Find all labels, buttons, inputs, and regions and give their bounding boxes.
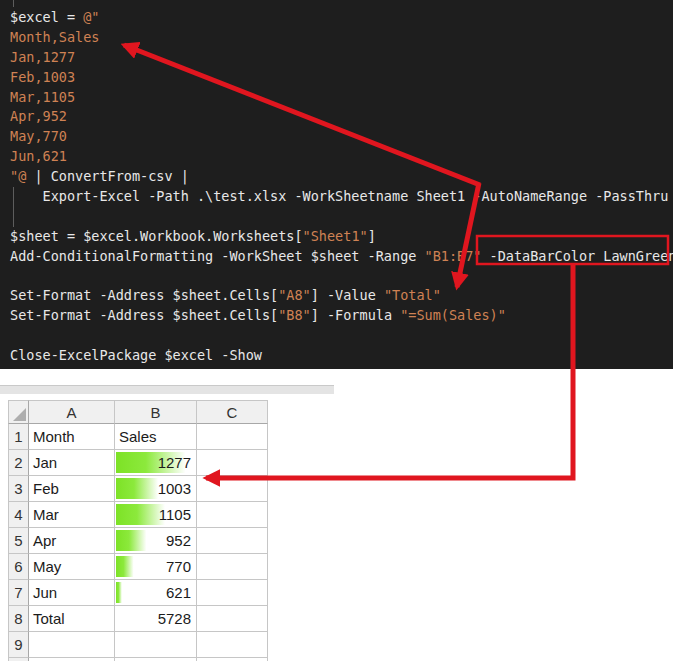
column-header-row: ABC <box>8 400 268 424</box>
cell-text: Sales <box>119 428 157 445</box>
cell-c4[interactable] <box>197 502 268 528</box>
code-segment: "B1:B7" <box>425 248 482 264</box>
cell-a1[interactable]: Month <box>29 424 115 450</box>
cell-text: 1003 <box>158 480 191 497</box>
code-line <box>10 326 673 346</box>
cell-c2[interactable] <box>197 450 268 476</box>
row-header[interactable]: 4 <box>8 502 29 528</box>
cell-b7[interactable]: 621 <box>115 580 197 606</box>
cell-b3[interactable]: 1003 <box>115 476 197 502</box>
row-header[interactable]: 1 <box>8 424 29 450</box>
code-segment: Close-ExcelPackage $excel -Show <box>10 347 262 363</box>
excel-toolbar-strip <box>0 385 334 394</box>
code-lines: $excel = @"Month,SalesJan,1277Feb,1003Ma… <box>10 8 673 366</box>
sheet-row: 4Mar1105 <box>8 502 268 528</box>
row-header[interactable]: 8 <box>8 606 29 632</box>
cell-b2[interactable]: 1277 <box>115 450 197 476</box>
cell-a2[interactable]: Jan <box>29 450 115 476</box>
row-header[interactable]: 6 <box>8 554 29 580</box>
code-segment: $excel = <box>10 9 83 25</box>
sheet-row: 8Total5728 <box>8 606 268 632</box>
code-line: $sheet = $excel.Workbook.Worksheets["She… <box>10 227 673 247</box>
cell-b8[interactable]: 5728 <box>115 606 197 632</box>
column-header-b[interactable]: B <box>115 400 197 424</box>
cell-a8[interactable]: Total <box>29 606 115 632</box>
cell-text: May <box>33 558 61 575</box>
cell-text: Mar <box>33 506 59 523</box>
code-segment: "Total" <box>384 287 441 303</box>
excel-worksheet: ABC1MonthSales2Jan12773Feb10034Mar11055A… <box>8 400 268 661</box>
code-segment: Jun,621 <box>10 148 67 164</box>
green-data-bar <box>116 478 159 499</box>
code-segment: @" <box>83 9 99 25</box>
green-data-bar <box>116 582 122 603</box>
cell-a7[interactable]: Jun <box>29 580 115 606</box>
cell-c8[interactable] <box>197 606 268 632</box>
powershell-code-editor[interactable]: $excel = @"Month,SalesJan,1277Feb,1003Ma… <box>0 0 673 369</box>
sheet-row: 5Apr952 <box>8 528 268 554</box>
code-segment: Add-ConditionalFormatting -WorkSheet $sh… <box>10 248 425 264</box>
cell-text: Total <box>33 610 65 627</box>
select-all-corner[interactable] <box>8 400 29 424</box>
cell-b4[interactable]: 1105 <box>115 502 197 528</box>
code-line <box>10 207 673 227</box>
cell-a5[interactable]: Apr <box>29 528 115 554</box>
code-line: Close-ExcelPackage $excel -Show <box>10 346 673 366</box>
code-line: Add-ConditionalFormatting -WorkSheet $sh… <box>10 247 673 267</box>
cell-a6[interactable]: May <box>29 554 115 580</box>
row-header[interactable]: 2 <box>8 450 29 476</box>
cell-text: 5728 <box>158 610 191 627</box>
cell-b6[interactable]: 770 <box>115 554 197 580</box>
green-data-bar <box>116 556 134 577</box>
code-line: Feb,1003 <box>10 68 673 88</box>
code-line: Set-Format -Address $sheet.Cells["B8"] -… <box>10 306 673 326</box>
code-segment: "Sheet1" <box>303 228 368 244</box>
cell-c7[interactable] <box>197 580 268 606</box>
row-header[interactable]: 3 <box>8 476 29 502</box>
sheet-row: 9 <box>8 632 268 658</box>
code-line: Export-Excel -Path .\test.xlsx -WorkShee… <box>10 187 673 207</box>
column-header-a[interactable]: A <box>29 400 115 424</box>
code-segment: May,770 <box>10 128 67 144</box>
code-segment: Set-Format -Address $sheet.Cells[ <box>10 287 278 303</box>
code-line: May,770 <box>10 127 673 147</box>
code-line: Apr,952 <box>10 107 673 127</box>
cell-c6[interactable] <box>197 554 268 580</box>
cell-c3[interactable] <box>197 476 268 502</box>
code-segment: "=Sum(Sales)" <box>400 307 506 323</box>
cell-a4[interactable]: Mar <box>29 502 115 528</box>
cell-c5[interactable] <box>197 528 268 554</box>
code-line: Mar,1105 <box>10 88 673 108</box>
code-segment: ] -Formula <box>311 307 400 323</box>
code-segment: Apr,952 <box>10 108 67 124</box>
code-segment: Set-Format -Address $sheet.Cells[ <box>10 307 278 323</box>
column-header-c[interactable]: C <box>197 400 268 424</box>
cell-text: Jun <box>33 584 57 601</box>
cell-text: Jan <box>33 454 57 471</box>
code-segment: "A8" <box>278 287 311 303</box>
code-segment: Feb,1003 <box>10 69 75 85</box>
cell-c1[interactable] <box>197 424 268 450</box>
cell-text: Month <box>33 428 75 445</box>
code-segment: -DataBarColor LawnGreen <box>481 248 673 264</box>
cell-a9[interactable] <box>29 632 115 658</box>
cell-b9[interactable] <box>115 632 197 658</box>
cell-text: Feb <box>33 480 59 497</box>
code-line <box>10 267 673 287</box>
cell-a3[interactable]: Feb <box>29 476 115 502</box>
row-header[interactable]: 9 <box>8 632 29 658</box>
sheet-row: 3Feb1003 <box>8 476 268 502</box>
cell-c9[interactable] <box>197 632 268 658</box>
cell-text: 770 <box>166 558 191 575</box>
code-segment: Mar,1105 <box>10 89 75 105</box>
code-segment: ] -Value <box>311 287 384 303</box>
cell-b5[interactable]: 952 <box>115 528 197 554</box>
code-line: "@ | ConvertFrom-csv | <box>10 167 673 187</box>
select-all-triangle-icon <box>13 408 26 421</box>
sheet-row: 2Jan1277 <box>8 450 268 476</box>
row-header[interactable]: 7 <box>8 580 29 606</box>
indent-guide <box>13 0 14 7</box>
code-segment: Month,Sales <box>10 29 99 45</box>
row-header[interactable]: 5 <box>8 528 29 554</box>
cell-b1[interactable]: Sales <box>115 424 197 450</box>
